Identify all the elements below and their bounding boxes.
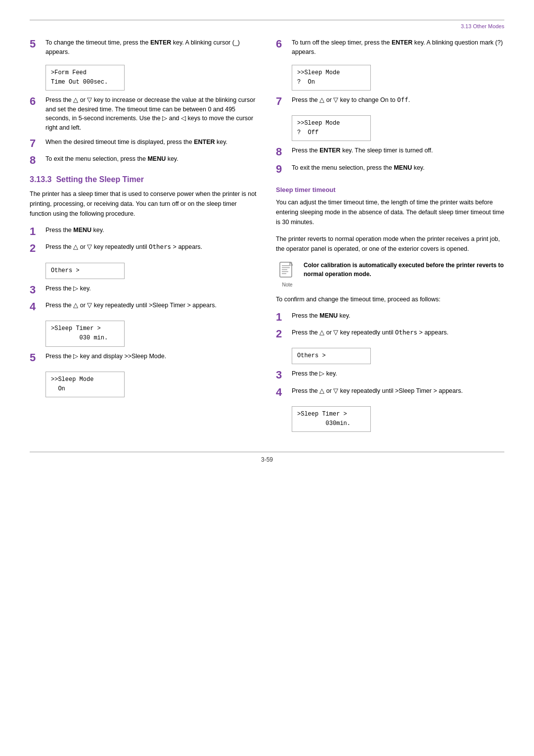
sleep-timer-para3: To confirm and change the timeout time, … xyxy=(276,294,504,304)
code-box-others-left: Others > xyxy=(45,263,125,279)
step-num-313-2: 2 xyxy=(30,242,45,254)
step-text-6a: Press the △ or ▽ key to increase or decr… xyxy=(45,95,258,133)
step-num-stt-1: 1 xyxy=(276,311,292,323)
step-313-5: 5 Press the ▷ key and display >>Sleep Mo… xyxy=(30,352,258,364)
step-text-stt-3: Press the ▷ key. xyxy=(292,369,504,378)
step-row: 5 To change the timeout time, press the … xyxy=(30,38,258,57)
step-text-6b: To turn off the sleep timer, press the E… xyxy=(292,38,504,57)
step-num-313-5: 5 xyxy=(30,352,45,364)
step-row-8b: 8 Press the ENTER key. The sleep timer i… xyxy=(276,146,504,158)
step-num-6a: 6 xyxy=(30,95,45,107)
step-text-9b: To exit the menu selection, press the ME… xyxy=(292,163,504,173)
note-box: Note Color calibration is automatically … xyxy=(276,261,504,287)
step-row-7a: 7 When the desired timeout time is displ… xyxy=(30,138,258,149)
step-text-stt-4: Press the △ or ▽ key repeatedly until >S… xyxy=(292,386,504,396)
code-box-form-feed: >Form FeedTime Out 000sec. xyxy=(45,65,125,91)
step-text-8a: To exit the menu selection, press the ME… xyxy=(45,154,258,164)
step-313-1: 1 Press the MENU key. xyxy=(30,226,258,237)
note-label-text: Note xyxy=(276,282,299,287)
step-text-313-5: Press the ▷ key and display >>Sleep Mode… xyxy=(45,352,258,361)
bottom-rule xyxy=(30,452,504,452)
step-num-stt-4: 4 xyxy=(276,386,292,398)
step-num-stt-3: 3 xyxy=(276,369,292,381)
code-box-sleep-timer-right: >Sleep Timer > 030min. xyxy=(292,406,371,432)
step-stt-3: 3 Press the ▷ key. xyxy=(276,369,504,381)
section-label: 3.13 Other Modes xyxy=(461,23,504,29)
section-313-title: 3.13.3 Setting the Sleep Timer xyxy=(30,175,258,184)
code-box-others-right: Others > xyxy=(292,348,371,364)
step-num-9b: 9 xyxy=(276,163,292,175)
step-stt-2: 2 Press the △ or ▽ key repeatedly until … xyxy=(276,328,504,340)
step-stt-4: 4 Press the △ or ▽ key repeatedly until … xyxy=(276,386,504,398)
code-box-sleep-mode-q-on: >>Sleep Mode? On xyxy=(292,65,371,91)
step-num-stt-2: 2 xyxy=(276,328,292,340)
step-row-6b: 6 To turn off the sleep timer, press the… xyxy=(276,38,504,57)
step-text-313-3: Press the ▷ key. xyxy=(45,284,258,293)
step-num-8b: 8 xyxy=(276,146,292,158)
section-header: 3.13 Other Modes xyxy=(30,23,504,29)
section-num: 3.13.3 xyxy=(30,175,51,184)
step-num-7a: 7 xyxy=(30,138,45,149)
code-box-sleep-mode-off: >>Sleep Mode? Off xyxy=(292,115,371,141)
sleep-timer-para2: The printer reverts to normal operation … xyxy=(276,234,504,254)
step-row-8a: 8 To exit the menu selection, press the … xyxy=(30,154,258,166)
top-rule xyxy=(30,20,504,20)
code-box-sleep-mode-on-left: >>Sleep Mode On xyxy=(45,372,125,397)
step-num-313-3: 3 xyxy=(30,284,45,296)
page: 3.13 Other Modes 5 To change the timeout… xyxy=(0,0,534,756)
sleep-timer-para1: You can adjust the timer timeout time, t… xyxy=(276,197,504,227)
note-text-content: Color calibration is automatically execu… xyxy=(304,261,504,279)
step-row-6a: 6 Press the △ or ▽ key to increase or de… xyxy=(30,95,258,133)
note-icon-area: Note xyxy=(276,261,299,287)
note-bold: Color calibration is automatically execu… xyxy=(304,262,504,278)
step-text-8b: Press the ENTER key. The sleep timer is … xyxy=(292,146,504,155)
step-313-2: 2 Press the △ or ▽ key repeatedly until … xyxy=(30,242,258,254)
step-text-7b: Press the △ or ▽ key to change On to Off… xyxy=(292,95,504,105)
step-text-313-4: Press the △ or ▽ key repeatedly until >S… xyxy=(45,301,258,310)
step-num-313-4: 4 xyxy=(30,301,45,313)
step-313-3: 3 Press the ▷ key. xyxy=(30,284,258,296)
step-num-6b: 6 xyxy=(276,38,292,50)
step-num-7b: 7 xyxy=(276,95,292,107)
page-number: 3-59 xyxy=(30,456,504,463)
step-num-8a: 8 xyxy=(30,154,45,166)
main-two-col: 5 To change the timeout time, press the … xyxy=(30,38,504,437)
step-text-stt-1: Press the MENU key. xyxy=(292,311,504,321)
step-text-stt-2: Press the △ or ▽ key repeatedly until Ot… xyxy=(292,328,504,337)
step-text-5: To change the timeout time, press the EN… xyxy=(45,38,258,57)
step-num-5: 5 xyxy=(30,38,45,50)
left-column: 5 To change the timeout time, press the … xyxy=(30,38,258,437)
step-text-7a: When the desired timeout time is display… xyxy=(45,138,258,147)
step-stt-1: 1 Press the MENU key. xyxy=(276,311,504,323)
note-document-icon xyxy=(277,261,297,281)
step-row-9b: 9 To exit the menu selection, press the … xyxy=(276,163,504,175)
step-num-313-1: 1 xyxy=(30,226,45,237)
step-text-313-2: Press the △ or ▽ key repeatedly until Ot… xyxy=(45,242,258,252)
section-intro: The printer has a sleep timer that is us… xyxy=(30,189,258,219)
code-box-sleep-timer-left: >Sleep Timer > 030 min. xyxy=(45,321,125,346)
step-313-4: 4 Press the △ or ▽ key repeatedly until … xyxy=(30,301,258,313)
right-column: 6 To turn off the sleep timer, press the… xyxy=(276,38,504,437)
section-title-text: Setting the Sleep Timer xyxy=(56,175,144,184)
step-row-7b: 7 Press the △ or ▽ key to change On to O… xyxy=(276,95,504,107)
sleep-timer-timeout-title: Sleep timer timeout xyxy=(276,186,504,193)
step-text-313-1: Press the MENU key. xyxy=(45,226,258,235)
